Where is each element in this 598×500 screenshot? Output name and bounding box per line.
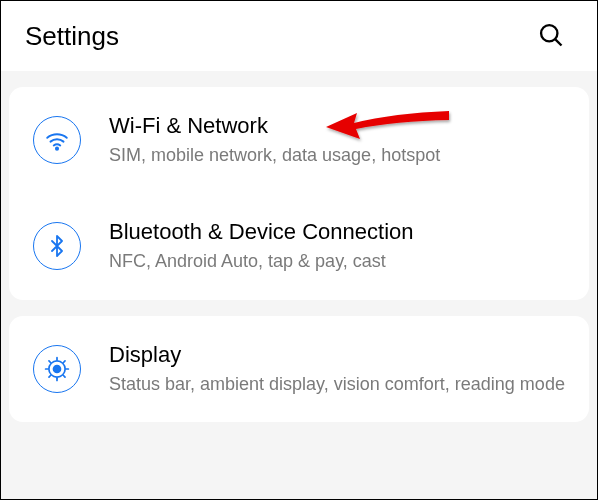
svg-point-2 xyxy=(56,148,58,150)
setting-text: Wi-Fi & Network SIM, mobile network, dat… xyxy=(109,113,565,167)
wifi-icon xyxy=(33,116,81,164)
settings-card-display: Display Status bar, ambient display, vis… xyxy=(9,316,589,422)
setting-subtitle: Status bar, ambient display, vision comf… xyxy=(109,372,565,396)
search-icon xyxy=(537,21,565,52)
setting-title: Display xyxy=(109,342,565,368)
svg-line-11 xyxy=(49,375,51,377)
setting-text: Display Status bar, ambient display, vis… xyxy=(109,342,565,396)
settings-card-network: Wi-Fi & Network SIM, mobile network, dat… xyxy=(9,87,589,300)
header: Settings xyxy=(1,1,597,71)
display-icon xyxy=(33,345,81,393)
setting-title: Bluetooth & Device Connection xyxy=(109,219,565,245)
settings-content: Wi-Fi & Network SIM, mobile network, dat… xyxy=(1,71,597,499)
setting-item-bluetooth[interactable]: Bluetooth & Device Connection NFC, Andro… xyxy=(9,193,589,299)
svg-line-12 xyxy=(64,361,66,363)
setting-item-wifi-network[interactable]: Wi-Fi & Network SIM, mobile network, dat… xyxy=(9,87,589,193)
page-title: Settings xyxy=(25,21,119,52)
setting-subtitle: NFC, Android Auto, tap & pay, cast xyxy=(109,249,565,273)
svg-point-0 xyxy=(541,25,557,41)
setting-title: Wi-Fi & Network xyxy=(109,113,565,139)
setting-subtitle: SIM, mobile network, data usage, hotspot xyxy=(109,143,565,167)
bluetooth-icon xyxy=(33,222,81,270)
svg-point-3 xyxy=(53,364,62,373)
svg-line-10 xyxy=(64,375,66,377)
setting-item-display[interactable]: Display Status bar, ambient display, vis… xyxy=(9,316,589,422)
search-button[interactable] xyxy=(529,13,573,60)
setting-text: Bluetooth & Device Connection NFC, Andro… xyxy=(109,219,565,273)
svg-line-9 xyxy=(49,361,51,363)
svg-line-1 xyxy=(555,39,561,45)
